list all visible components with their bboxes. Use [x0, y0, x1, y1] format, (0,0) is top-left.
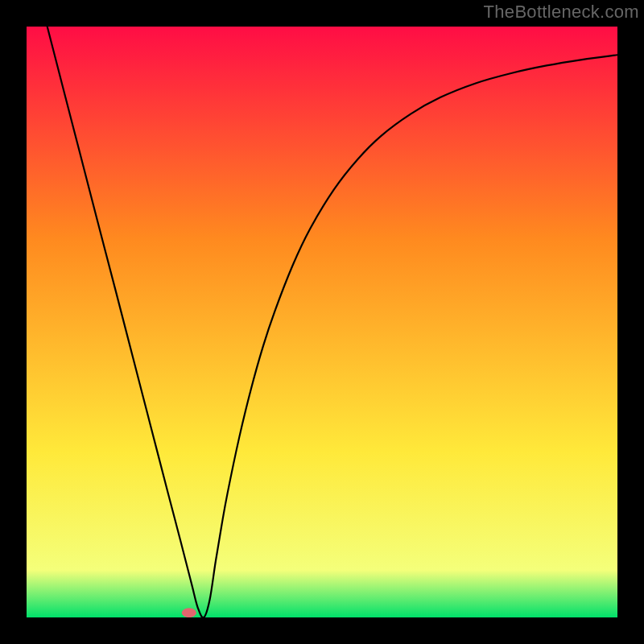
gradient-background [27, 27, 617, 617]
watermark-text: TheBottleneck.com [484, 2, 639, 23]
chart-svg [27, 27, 617, 617]
chart-frame: TheBottleneck.com [0, 0, 644, 644]
svg-point-0 [182, 608, 196, 617]
plot-area [27, 27, 617, 617]
bottleneck-marker [182, 608, 196, 617]
